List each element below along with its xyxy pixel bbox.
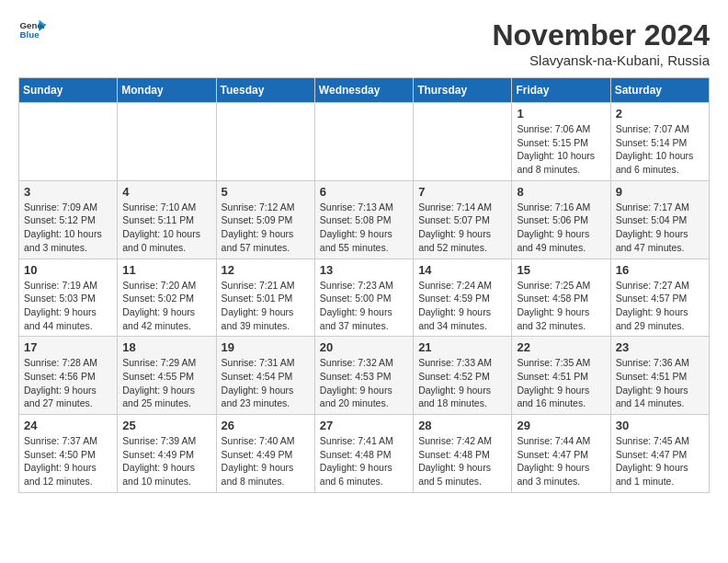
calendar-cell: 28Sunrise: 7:42 AM Sunset: 4:48 PM Dayli… [414, 415, 512, 493]
day-info: Sunrise: 7:07 AM Sunset: 5:14 PM Dayligh… [616, 122, 704, 177]
day-info: Sunrise: 7:28 AM Sunset: 4:56 PM Dayligh… [24, 356, 112, 410]
day-info: Sunrise: 7:09 AM Sunset: 5:12 PM Dayligh… [24, 201, 112, 255]
day-number: 29 [517, 419, 605, 432]
weekday-header-wednesday: Wednesday [314, 78, 413, 103]
day-info: Sunrise: 7:36 AM Sunset: 4:51 PM Dayligh… [616, 356, 704, 410]
weekday-header-sunday: Sunday [19, 78, 118, 103]
day-number: 15 [517, 263, 605, 277]
day-info: Sunrise: 7:12 AM Sunset: 5:09 PM Dayligh… [222, 201, 310, 255]
day-number: 12 [222, 263, 310, 277]
day-number: 28 [418, 419, 506, 432]
day-info: Sunrise: 7:35 AM Sunset: 4:51 PM Dayligh… [517, 356, 605, 410]
day-number: 1 [517, 107, 605, 121]
calendar-cell: 25Sunrise: 7:39 AM Sunset: 4:49 PM Dayli… [118, 415, 216, 493]
calendar-cell: 14Sunrise: 7:24 AM Sunset: 4:59 PM Dayli… [414, 259, 512, 337]
day-info: Sunrise: 7:13 AM Sunset: 5:08 PM Dayligh… [320, 201, 408, 255]
calendar-cell: 4Sunrise: 7:10 AM Sunset: 5:11 PM Daylig… [118, 180, 216, 259]
calendar-cell: 10Sunrise: 7:19 AM Sunset: 5:03 PM Dayli… [19, 259, 118, 337]
calendar-cell: 2Sunrise: 7:07 AM Sunset: 5:14 PM Daylig… [610, 103, 709, 181]
day-info: Sunrise: 7:37 AM Sunset: 4:50 PM Dayligh… [24, 434, 112, 488]
calendar-cell [216, 103, 314, 181]
calendar-cell: 11Sunrise: 7:20 AM Sunset: 5:02 PM Dayli… [118, 259, 216, 337]
day-number: 5 [222, 185, 310, 199]
calendar-cell [414, 103, 512, 181]
calendar-cell: 1Sunrise: 7:06 AM Sunset: 5:15 PM Daylig… [512, 103, 610, 181]
calendar-cell: 26Sunrise: 7:40 AM Sunset: 4:49 PM Dayli… [216, 415, 314, 493]
day-info: Sunrise: 7:23 AM Sunset: 5:00 PM Dayligh… [320, 279, 408, 333]
day-info: Sunrise: 7:25 AM Sunset: 4:58 PM Dayligh… [517, 279, 605, 333]
calendar-cell: 5Sunrise: 7:12 AM Sunset: 5:09 PM Daylig… [216, 180, 314, 259]
day-number: 26 [222, 419, 310, 432]
calendar-cell: 29Sunrise: 7:44 AM Sunset: 4:47 PM Dayli… [512, 415, 610, 493]
svg-text:Blue: Blue [20, 29, 40, 40]
calendar-cell: 27Sunrise: 7:41 AM Sunset: 4:48 PM Dayli… [314, 415, 413, 493]
calendar-cell: 22Sunrise: 7:35 AM Sunset: 4:51 PM Dayli… [512, 337, 610, 415]
day-info: Sunrise: 7:20 AM Sunset: 5:02 PM Dayligh… [122, 279, 210, 333]
day-number: 7 [418, 185, 506, 199]
weekday-header-friday: Friday [512, 78, 610, 103]
day-number: 9 [616, 185, 704, 199]
day-number: 11 [122, 263, 210, 277]
day-info: Sunrise: 7:21 AM Sunset: 5:01 PM Dayligh… [222, 279, 310, 333]
location: Slavyansk-na-Kubani, Russia [492, 52, 710, 68]
day-number: 17 [24, 340, 112, 354]
calendar-cell: 21Sunrise: 7:33 AM Sunset: 4:52 PM Dayli… [414, 337, 512, 415]
calendar-cell: 19Sunrise: 7:31 AM Sunset: 4:54 PM Dayli… [216, 337, 314, 415]
day-number: 27 [320, 419, 408, 432]
calendar-cell: 15Sunrise: 7:25 AM Sunset: 4:58 PM Dayli… [512, 259, 610, 337]
weekday-header-saturday: Saturday [610, 78, 709, 103]
calendar-cell: 30Sunrise: 7:45 AM Sunset: 4:47 PM Dayli… [610, 415, 709, 493]
weekday-header-thursday: Thursday [414, 78, 512, 103]
day-info: Sunrise: 7:06 AM Sunset: 5:15 PM Dayligh… [517, 122, 605, 177]
day-info: Sunrise: 7:14 AM Sunset: 5:07 PM Dayligh… [418, 201, 506, 255]
day-number: 30 [616, 419, 704, 432]
day-number: 10 [24, 263, 112, 277]
day-info: Sunrise: 7:32 AM Sunset: 4:53 PM Dayligh… [320, 356, 408, 410]
day-info: Sunrise: 7:19 AM Sunset: 5:03 PM Dayligh… [24, 279, 112, 333]
weekday-header-tuesday: Tuesday [216, 78, 314, 103]
calendar-cell: 20Sunrise: 7:32 AM Sunset: 4:53 PM Dayli… [314, 337, 413, 415]
day-info: Sunrise: 7:41 AM Sunset: 4:48 PM Dayligh… [320, 434, 408, 488]
calendar-cell: 18Sunrise: 7:29 AM Sunset: 4:55 PM Dayli… [118, 337, 216, 415]
day-number: 2 [616, 107, 704, 121]
calendar-cell: 13Sunrise: 7:23 AM Sunset: 5:00 PM Dayli… [314, 259, 413, 337]
day-number: 25 [122, 419, 210, 432]
day-number: 20 [320, 340, 408, 354]
day-number: 24 [24, 419, 112, 432]
day-info: Sunrise: 7:33 AM Sunset: 4:52 PM Dayligh… [418, 356, 506, 410]
calendar-cell: 3Sunrise: 7:09 AM Sunset: 5:12 PM Daylig… [19, 180, 118, 259]
calendar-cell: 6Sunrise: 7:13 AM Sunset: 5:08 PM Daylig… [314, 180, 413, 259]
weekday-header-monday: Monday [118, 78, 216, 103]
day-info: Sunrise: 7:29 AM Sunset: 4:55 PM Dayligh… [122, 356, 210, 410]
month-title: November 2024 [492, 18, 710, 52]
calendar-cell [314, 103, 413, 181]
day-info: Sunrise: 7:39 AM Sunset: 4:49 PM Dayligh… [122, 434, 210, 488]
calendar-cell [118, 103, 216, 181]
day-info: Sunrise: 7:10 AM Sunset: 5:11 PM Dayligh… [122, 201, 210, 255]
day-number: 4 [122, 185, 210, 199]
day-info: Sunrise: 7:27 AM Sunset: 4:57 PM Dayligh… [616, 279, 704, 333]
day-number: 13 [320, 263, 408, 277]
day-number: 21 [418, 340, 506, 354]
title-block: November 2024 Slavyansk-na-Kubani, Russi… [492, 18, 710, 68]
page-header: General Blue November 2024 Slavyansk-na-… [18, 18, 710, 68]
calendar-cell: 8Sunrise: 7:16 AM Sunset: 5:06 PM Daylig… [512, 180, 610, 259]
day-number: 22 [517, 340, 605, 354]
day-info: Sunrise: 7:24 AM Sunset: 4:59 PM Dayligh… [418, 279, 506, 333]
day-info: Sunrise: 7:40 AM Sunset: 4:49 PM Dayligh… [222, 434, 310, 488]
calendar-cell: 23Sunrise: 7:36 AM Sunset: 4:51 PM Dayli… [610, 337, 709, 415]
day-info: Sunrise: 7:44 AM Sunset: 4:47 PM Dayligh… [517, 434, 605, 488]
day-number: 6 [320, 185, 408, 199]
day-info: Sunrise: 7:45 AM Sunset: 4:47 PM Dayligh… [616, 434, 704, 488]
day-number: 8 [517, 185, 605, 199]
logo-icon: General Blue [18, 18, 46, 40]
calendar-cell: 9Sunrise: 7:17 AM Sunset: 5:04 PM Daylig… [610, 180, 709, 259]
day-number: 23 [616, 340, 704, 354]
calendar-table: SundayMondayTuesdayWednesdayThursdayFrid… [18, 77, 710, 493]
calendar-cell: 7Sunrise: 7:14 AM Sunset: 5:07 PM Daylig… [414, 180, 512, 259]
day-number: 19 [222, 340, 310, 354]
calendar-cell [19, 103, 118, 181]
day-info: Sunrise: 7:16 AM Sunset: 5:06 PM Dayligh… [517, 201, 605, 255]
calendar-cell: 12Sunrise: 7:21 AM Sunset: 5:01 PM Dayli… [216, 259, 314, 337]
day-number: 14 [418, 263, 506, 277]
